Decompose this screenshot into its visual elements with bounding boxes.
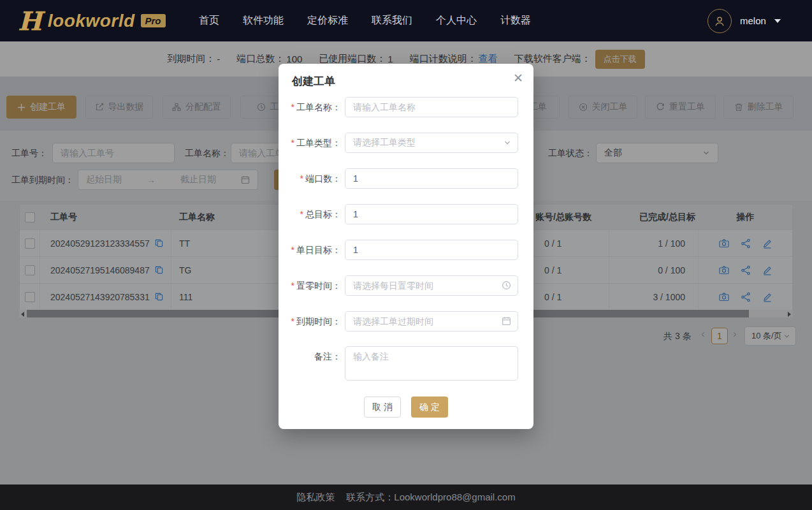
nav-item-home[interactable]: 首页 xyxy=(199,14,219,27)
top-nav: H lookworld Pro 首页 软件功能 定价标准 联系我们 个人中心 计… xyxy=(0,0,812,41)
app: H lookworld Pro 首页 软件功能 定价标准 联系我们 个人中心 计… xyxy=(0,0,812,510)
create-order-modal: 创建工单 ✕ *工单名称： *工单类型： 请选择工单类型 *端口数： *总目标：… xyxy=(279,64,533,429)
logo-pro-badge: Pro xyxy=(141,14,166,27)
modal-title: 创建工单 xyxy=(292,74,335,89)
field-port-count: *端口数： xyxy=(279,168,533,189)
modal-buttons: 取 消 确 定 xyxy=(279,397,533,418)
privacy-link[interactable]: 隐私政策 xyxy=(296,492,335,504)
contact-info: 联系方式：Lookworldpro88@gmail.com xyxy=(346,492,515,504)
reset-time-field[interactable] xyxy=(345,275,518,296)
close-icon[interactable]: ✕ xyxy=(513,72,523,84)
daily-target-field[interactable] xyxy=(345,240,518,260)
footer: 隐私政策 联系方式：Lookworldpro88@gmail.com xyxy=(0,484,812,510)
field-reset-time: *置零时间： xyxy=(279,275,533,296)
logo-h-icon: H xyxy=(18,8,42,34)
user-menu[interactable]: melon xyxy=(707,0,781,41)
cancel-button[interactable]: 取 消 xyxy=(364,397,401,418)
expire-time-field[interactable] xyxy=(345,311,518,332)
field-order-type: *工单类型： 请选择工单类型 xyxy=(279,133,533,153)
remark-field[interactable] xyxy=(345,346,518,381)
logo-wordmark: lookworld xyxy=(48,11,135,31)
person-icon xyxy=(713,14,727,28)
total-target-field[interactable] xyxy=(345,204,518,224)
chevron-down-icon xyxy=(504,139,511,147)
nav-item-profile[interactable]: 个人中心 xyxy=(436,14,477,27)
field-expire-time: *到期时间： xyxy=(279,311,533,332)
nav-item-counter[interactable]: 计数器 xyxy=(500,14,531,27)
clock-icon xyxy=(502,280,511,290)
nav-item-features[interactable]: 软件功能 xyxy=(243,14,284,27)
order-name-field[interactable] xyxy=(345,97,518,117)
logo[interactable]: H lookworld Pro xyxy=(18,0,166,41)
nav-item-pricing[interactable]: 定价标准 xyxy=(307,14,348,27)
chevron-down-icon xyxy=(774,19,781,23)
nav-links: 首页 软件功能 定价标准 联系我们 个人中心 计数器 xyxy=(199,0,531,41)
order-type-select[interactable]: 请选择工单类型 xyxy=(345,133,518,153)
field-remark: 备注： xyxy=(279,346,533,381)
field-total-target: *总目标： xyxy=(279,204,533,224)
confirm-button[interactable]: 确 定 xyxy=(411,397,448,418)
calendar-icon xyxy=(502,316,511,326)
field-daily-target: *单日目标： xyxy=(279,240,533,260)
port-count-field[interactable] xyxy=(345,168,518,189)
username: melon xyxy=(740,15,766,26)
nav-item-contact[interactable]: 联系我们 xyxy=(372,14,412,27)
field-order-name: *工单名称： xyxy=(279,97,533,117)
avatar xyxy=(707,9,732,33)
